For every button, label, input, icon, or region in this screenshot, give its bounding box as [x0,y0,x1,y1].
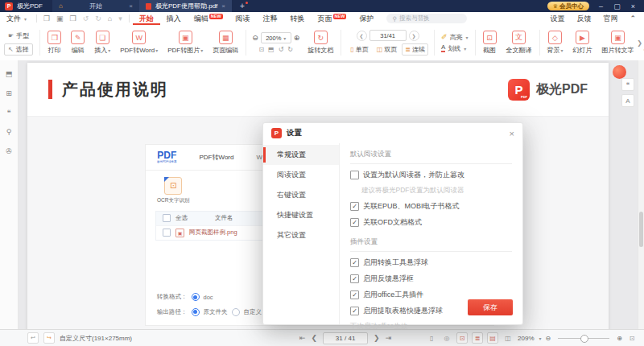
website-link[interactable]: 官网 [603,14,617,24]
undo-icon[interactable]: ↺ [83,14,89,23]
print-button[interactable]: ❒ 打印 [43,31,66,55]
promo-float-icon[interactable] [613,65,626,79]
checkbox-checked-icon[interactable]: ✓ [350,258,359,267]
dialog-menu-rightclick[interactable]: 右键设置 [263,185,339,205]
menu-insert[interactable]: 插入 [160,12,188,25]
zoom-out-icon[interactable]: ⊖ [252,34,258,42]
next-page-icon[interactable]: ❯ [374,334,380,342]
translate-float-icon[interactable]: A [621,94,634,107]
zoom-level-value[interactable]: 209% [518,335,534,342]
menu-protect[interactable]: 保护 [353,12,380,25]
redo-icon[interactable]: ↻ [95,14,101,23]
pdf-to-image-button[interactable]: ▣ PDF转图片▾ [163,31,208,55]
dialog-menu-reading[interactable]: 阅读设置 [263,165,339,185]
file-menu[interactable]: 文件 ▾ [0,14,33,24]
menu-start[interactable]: 开始 [133,12,160,25]
page-indicator[interactable]: 31/41 [369,30,407,41]
option-epub-mobi[interactable]: ✓ 关联EPUB、MOBI电子书格式 [350,201,512,212]
dialog-menu-shortcuts[interactable]: 快捷键设置 [263,205,339,225]
dialog-close-icon[interactable]: × [510,129,514,138]
checkbox-checked-icon[interactable]: ✓ [350,218,359,227]
view-mode-3-icon[interactable]: ⊡ [456,332,468,344]
rotate-right-icon[interactable]: ↻ [287,46,293,53]
next-view-icon[interactable]: ↪ [43,332,55,344]
option-feedback-ball[interactable]: ✓ 启用反馈悬浮框 [350,274,512,284]
tab-home[interactable]: ⌂ 开始 × [52,0,139,12]
fit-width-icon[interactable]: ⊡ [258,46,264,53]
close-button[interactable]: × [629,2,638,10]
maximize-button[interactable]: ▢ [613,2,621,10]
option-ofd[interactable]: ✓ 关联OFD文档格式 [350,217,512,228]
zoom-in-icon[interactable]: ⊕ [617,335,622,342]
insert-button[interactable]: ❏ 插入▾ [89,31,115,55]
view-mode-5-icon[interactable]: ▤ [487,332,498,344]
previous-view-icon[interactable]: ↩ [27,332,39,344]
tab-document[interactable]: 极光PDF使用帮助.pdf × [139,0,232,12]
translate-button[interactable]: 文 全文翻译 [502,31,537,55]
hand-tool-button[interactable]: ☛ 手型 [4,30,33,42]
background-button[interactable]: ◇ 背景▾ [543,31,568,55]
slideshow-button[interactable]: ▶ 幻灯片 [568,31,597,55]
settings-link[interactable]: 设置 [550,14,564,24]
rotate-left-icon[interactable]: ↺ [279,46,284,53]
new-tab-button[interactable]: + [238,2,246,10]
checkbox-checked-icon[interactable]: ✓ [350,202,359,211]
checkbox-checked-icon[interactable]: ✓ [350,290,359,299]
option-convert-ball[interactable]: ✓ 启用转换工具悬浮球 [350,257,512,268]
menu-convert[interactable]: 转换 [284,12,312,25]
previous-page-icon[interactable]: ❮ [357,31,367,41]
zoom-slider[interactable] [558,338,609,339]
tab-close-icon[interactable]: × [129,2,133,10]
previous-page-icon[interactable]: ❮ [312,334,318,342]
print-icon[interactable]: ❒ [70,14,76,23]
view-mode-4-icon[interactable]: ≣ [472,332,483,344]
bookmarks-icon[interactable]: ⬒ [6,70,13,78]
minimize-button[interactable]: – [597,2,605,10]
last-page-icon[interactable]: ⇥ [386,334,392,342]
attachment-icon[interactable]: ✇ [6,147,12,155]
menu-edit[interactable]: 编辑NEW [188,12,229,25]
dialog-menu-general[interactable]: 常规设置 [263,145,339,165]
thumbnails-icon[interactable]: ⊞ [6,89,12,97]
dialog-menu-other[interactable]: 其它设置 [263,225,339,245]
fullscreen-icon[interactable]: ⊡ [626,332,638,344]
view-mode-1-icon[interactable]: ▯ [426,332,437,344]
checkbox-checked-icon[interactable]: ✓ [350,274,359,283]
fit-page-icon[interactable]: ⬒ [268,46,275,53]
search-icon[interactable]: ⚲ [6,128,12,136]
menu-read[interactable]: 阅读 [229,12,257,25]
feedback-link[interactable]: 反馈 [576,14,591,24]
first-page-icon[interactable]: ⇤ [299,334,306,342]
zoom-in-icon[interactable]: ⊕ [294,34,300,42]
menu-annotate[interactable]: 注释 [257,12,284,25]
checkbox-checked-icon[interactable]: ✓ [350,307,359,315]
double-page-button[interactable]: ◫ 双页 [374,43,401,56]
view-mode-6-icon[interactable]: ◫ [502,332,514,344]
tab-close-icon[interactable]: × [221,2,225,10]
vertical-scrollbar[interactable] [638,60,644,330]
save-icon[interactable]: ▣ [56,14,64,23]
select-tool-button[interactable]: ↖ 选择 [4,43,33,56]
page-edit-button[interactable]: ▦ 页面编辑 [208,31,243,55]
home-icon[interactable]: ⌂ [108,14,112,23]
option-default-reader[interactable]: 设置为默认阅读器，并防止篡改 [350,170,512,180]
rotate-document-button[interactable]: ↻ 旋转文档 [303,31,338,55]
edit-button[interactable]: ✎ 编辑 [66,31,89,55]
zoom-slider-knob[interactable] [580,335,588,343]
scrollbar-thumb[interactable] [639,212,643,247]
underline-button[interactable]: A 划线 ▾ [441,44,469,53]
screenshot-button[interactable]: ⊡ 截图 [478,31,502,55]
zoom-out-icon[interactable]: ⊖ [546,335,551,342]
pdf-to-word-button[interactable]: W PDF转Word▾ [115,31,163,55]
continuous-button[interactable]: ≣ 连续 [402,43,428,56]
highlight-button[interactable]: ✐ 高亮 ▾ [441,33,469,42]
comments-icon[interactable]: ❝ [7,109,11,117]
save-button[interactable]: 保存 [468,299,513,315]
chat-float-icon[interactable]: ❝ [621,78,634,91]
image-to-text-button[interactable]: ▣ 图片转文字 [597,31,639,55]
view-mode-2-icon[interactable]: ◎ [441,332,452,344]
menu-page[interactable]: 页面NEW [312,12,353,25]
member-center-button[interactable]: ♛ 会员中心 [547,2,589,10]
zoom-level-select[interactable]: 200% ▾ [261,32,291,43]
page-number-input[interactable]: 31 / 41 [323,332,368,344]
